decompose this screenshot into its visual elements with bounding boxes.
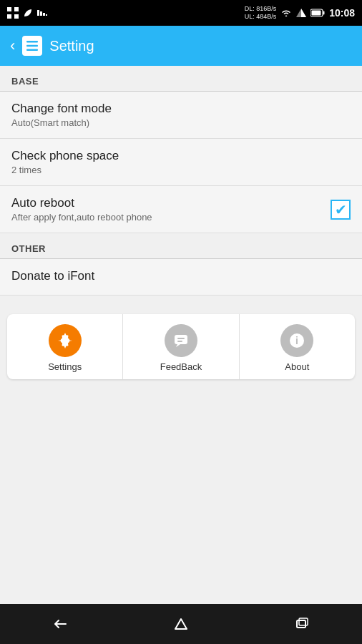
network-speed: DL: 816B/s UL: 484B/s xyxy=(245,5,277,21)
settings-nav-icon-bg xyxy=(49,324,82,357)
auto-reboot-subtitle: After apply font,auto reboot phone xyxy=(11,212,152,223)
svg-marker-23 xyxy=(175,619,187,629)
gear-icon xyxy=(56,331,74,350)
app-bar: ‹ Setting xyxy=(0,26,362,66)
change-font-mode-text: Change font mode Auto(Smart match) xyxy=(11,102,112,128)
clock: 10:08 xyxy=(329,7,355,19)
checkmark-icon: ✔ xyxy=(335,203,347,217)
svg-marker-9 xyxy=(301,9,306,17)
grid-icon xyxy=(7,7,19,19)
svg-rect-2 xyxy=(7,14,11,19)
change-font-mode-item[interactable]: Change font mode Auto(Smart match) xyxy=(0,92,362,139)
svg-marker-18 xyxy=(176,344,180,347)
svg-rect-7 xyxy=(46,14,47,16)
settings-nav-label: Settings xyxy=(48,361,82,372)
auto-reboot-title: Auto reboot xyxy=(11,196,152,210)
auto-reboot-item[interactable]: Auto reboot After apply font,auto reboot… xyxy=(0,186,362,233)
recents-icon xyxy=(293,615,310,633)
home-system-button[interactable] xyxy=(168,611,194,637)
battery-icon xyxy=(310,9,325,17)
svg-rect-6 xyxy=(43,13,45,16)
status-bar: DL: 816B/s UL: 484B/s 10:08 xyxy=(0,0,362,26)
donate-text: Donate to iFont xyxy=(11,269,94,285)
wifi-icon xyxy=(280,9,292,17)
svg-rect-5 xyxy=(40,11,42,16)
signal-icon xyxy=(296,9,306,17)
change-font-mode-title: Change font mode xyxy=(11,102,112,116)
change-font-mode-subtitle: Auto(Smart match) xyxy=(11,117,112,128)
bottom-nav-container: Settings FeedBack xyxy=(0,307,362,386)
svg-rect-20 xyxy=(177,341,182,342)
bottom-nav: Settings FeedBack xyxy=(7,314,355,379)
back-button[interactable]: ‹ xyxy=(10,36,15,55)
feedback-nav-icon-bg xyxy=(165,324,197,357)
back-system-button[interactable] xyxy=(47,611,73,637)
svg-rect-19 xyxy=(177,338,185,339)
check-phone-space-item[interactable]: Check phone space 2 times xyxy=(0,139,362,186)
nav-feedback[interactable]: FeedBack xyxy=(123,314,239,379)
donate-item[interactable]: Donate to iFont xyxy=(0,259,362,296)
system-nav-bar xyxy=(0,604,362,644)
bottom-spacer xyxy=(0,386,362,604)
svg-rect-3 xyxy=(14,14,19,19)
info-icon: i xyxy=(288,331,306,350)
check-phone-space-subtitle: 2 times xyxy=(11,165,119,175)
section-header-base: BASE xyxy=(0,66,362,91)
status-bar-left xyxy=(7,7,47,19)
svg-rect-11 xyxy=(323,11,325,15)
home-icon xyxy=(172,615,190,633)
check-phone-space-title: Check phone space xyxy=(11,149,119,163)
nav-settings[interactable]: Settings xyxy=(7,314,123,379)
bars-icon xyxy=(37,8,47,18)
svg-rect-4 xyxy=(37,10,39,16)
about-nav-icon-bg: i xyxy=(280,324,313,357)
svg-rect-24 xyxy=(297,620,305,628)
auto-reboot-text: Auto reboot After apply font,auto reboot… xyxy=(11,196,152,223)
chat-icon xyxy=(172,331,190,350)
app-icon xyxy=(22,36,42,56)
section-header-other: OTHER xyxy=(0,233,362,258)
about-nav-label: About xyxy=(285,361,309,372)
svg-rect-25 xyxy=(299,618,308,625)
svg-rect-0 xyxy=(7,7,11,11)
spacer xyxy=(0,296,362,307)
svg-rect-17 xyxy=(175,335,187,344)
back-arrow-icon xyxy=(52,615,69,633)
nav-about[interactable]: i About xyxy=(240,314,355,379)
svg-text:i: i xyxy=(295,335,298,346)
auto-reboot-checkbox[interactable]: ✔ xyxy=(331,200,351,220)
page-title: Setting xyxy=(49,38,94,54)
check-phone-space-text: Check phone space 2 times xyxy=(11,149,119,175)
leaf-icon xyxy=(23,8,33,18)
svg-rect-12 xyxy=(312,11,321,16)
recents-system-button[interactable] xyxy=(289,611,315,637)
svg-rect-13 xyxy=(26,41,38,43)
svg-rect-14 xyxy=(26,45,38,47)
settings-icon xyxy=(25,39,39,53)
svg-rect-15 xyxy=(26,49,38,52)
svg-rect-1 xyxy=(14,7,19,11)
main-content: BASE Change font mode Auto(Smart match) … xyxy=(0,66,362,604)
donate-title: Donate to iFont xyxy=(11,269,94,283)
feedback-nav-label: FeedBack xyxy=(160,361,202,372)
